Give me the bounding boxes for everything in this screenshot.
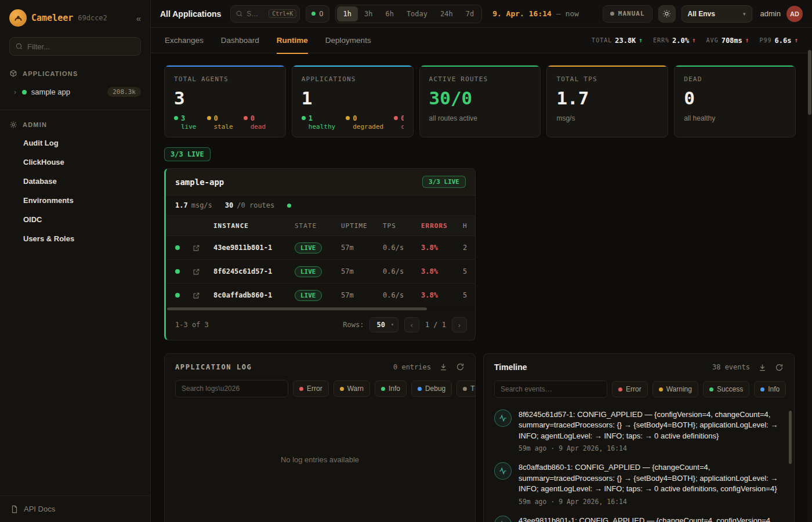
- app-routes-value: 30: [225, 201, 233, 209]
- sidebar-collapse-button[interactable]: «: [136, 13, 141, 23]
- card-value: 30/0: [429, 88, 531, 108]
- sidebar-item-oidc[interactable]: OIDC: [0, 210, 150, 229]
- sidebar-item-sample-app[interactable]: › sample app 208.3k: [0, 82, 150, 102]
- stat-avg-label: AVG: [706, 37, 719, 44]
- api-docs-label: API Docs: [24, 505, 55, 513]
- environment-select[interactable]: All Envs ▾: [682, 5, 752, 23]
- rows-per-page-value: 50: [376, 321, 385, 329]
- log-filter-warn[interactable]: Warn: [334, 380, 370, 397]
- timeline-filter-info[interactable]: Info: [754, 381, 786, 397]
- online-status-chip[interactable]: O: [306, 5, 329, 23]
- timeline-event[interactable]: 8f6245c61d57-1: CONFIG_APPLIED — {config…: [494, 409, 780, 452]
- substat-dead: 0dead: [244, 114, 266, 131]
- time-range-6h[interactable]: 6h: [379, 6, 400, 21]
- column-heap: H: [463, 222, 476, 230]
- card-caption: msg/s: [556, 114, 658, 122]
- global-search-box[interactable]: S… Ctrl+K: [230, 5, 300, 23]
- table-row-instance-2[interactable]: 8f6245c61d57-1 LIVE 57m 0.6/s 3.8% 5: [166, 259, 476, 283]
- application-card-header[interactable]: sample-app 3/3 LIVE: [166, 169, 475, 195]
- tab-dashboard[interactable]: Dashboard: [221, 28, 259, 53]
- stat-card-row: TOTAL AGENTS 3 3live 0stale 0dead APPLIC…: [164, 65, 796, 137]
- log-filter-trace[interactable]: Trace: [456, 380, 476, 397]
- expand-chevron-icon[interactable]: ›: [13, 88, 17, 96]
- refresh-icon[interactable]: [775, 363, 784, 372]
- sidebar-item-users-roles[interactable]: Users & Roles: [0, 229, 150, 248]
- timeline-event[interactable]: 8c0affadb860-1: CONFIG_APPLIED — {change…: [494, 462, 780, 505]
- theme-toggle-button[interactable]: [658, 5, 676, 23]
- log-filter-info[interactable]: Info: [375, 380, 407, 397]
- instance-uptime: 57m: [341, 244, 383, 252]
- horizontal-scrollbar-thumb[interactable]: [167, 307, 427, 310]
- stat-card-dead: DEAD 0 all healthy: [674, 65, 796, 137]
- table-row-instance-1[interactable]: 43ee9811b801-1 LIVE 57m 0.6/s 3.8% 2: [166, 235, 476, 259]
- substat-live: 3live: [174, 114, 197, 131]
- log-filter-error[interactable]: Error: [293, 380, 329, 397]
- manual-mode-button[interactable]: MANUAL: [603, 5, 652, 23]
- event-text: 8f6245c61d57-1: CONFIG_APPLIED — {config…: [519, 409, 780, 441]
- live-summary-badge: 3/3 LIVE: [164, 147, 211, 161]
- refresh-icon[interactable]: [456, 362, 465, 371]
- sidebar-item-database[interactable]: Database: [0, 172, 150, 191]
- stat-card-total-agents: TOTAL AGENTS 3 3live 0stale 0dead: [164, 65, 286, 137]
- time-range-7d[interactable]: 7d: [459, 6, 480, 21]
- prev-page-button[interactable]: ‹: [404, 317, 419, 332]
- log-search-input[interactable]: [175, 380, 288, 397]
- sidebar: Cameleer 69dcce2 « APPLICATIONS › sample…: [0, 0, 151, 522]
- download-icon[interactable]: [439, 362, 448, 371]
- external-link-icon[interactable]: [193, 244, 213, 252]
- timeline-search-input[interactable]: [494, 380, 607, 398]
- instance-errors: 3.8%: [421, 291, 463, 299]
- time-range-today[interactable]: Today: [400, 6, 434, 21]
- stat-p99-label: P99: [759, 37, 771, 44]
- rows-per-page-select[interactable]: 50 ▾: [369, 317, 398, 332]
- timeline-event[interactable]: 43ee9811b801-1: CONFIG_APPLIED — {change…: [494, 516, 780, 522]
- time-range-3h[interactable]: 3h: [358, 6, 379, 21]
- tab-deployments[interactable]: Deployments: [325, 28, 371, 53]
- timeline-scrollbar-thumb[interactable]: [789, 411, 792, 464]
- username-label: admin: [760, 9, 781, 18]
- environment-select-value: All Envs: [688, 10, 715, 18]
- timeline-filter-success[interactable]: Success: [703, 381, 749, 397]
- rows-per-page-label: Rows:: [343, 321, 364, 329]
- timeline-filter-error[interactable]: Error: [612, 381, 648, 397]
- page-scrollbar-thumb[interactable]: [808, 50, 811, 115]
- download-icon[interactable]: [758, 363, 767, 372]
- page-scrollbar[interactable]: [807, 49, 812, 522]
- sidebar-item-clickhouse[interactable]: ClickHouse: [0, 153, 150, 172]
- table-footer: 1-3 of 3 Rows: 50 ▾ ‹ 1 / 1 ›: [166, 311, 475, 340]
- time-range-1h[interactable]: 1h: [337, 6, 358, 21]
- sidebar-item-environments[interactable]: Environments: [0, 191, 150, 210]
- time-range-24h[interactable]: 24h: [434, 6, 459, 21]
- api-docs-link[interactable]: API Docs: [0, 495, 150, 522]
- external-link-icon[interactable]: [193, 268, 213, 276]
- log-panel-title: APPLICATION LOG: [175, 363, 252, 371]
- horizontal-scrollbar[interactable]: [166, 307, 475, 311]
- app-title: Cameleer: [31, 13, 73, 23]
- card-value: 0: [684, 88, 786, 108]
- app-routes-suffix: /0 routes: [237, 201, 274, 209]
- sidebar-item-audit-log[interactable]: Audit Log: [0, 133, 150, 153]
- manual-mode-label: MANUAL: [618, 10, 645, 17]
- avatar[interactable]: AD: [786, 6, 803, 22]
- status-badge: LIVE: [295, 290, 322, 301]
- time-range-group: 1h 3h 6h Today 24h 7d: [335, 5, 483, 23]
- external-link-icon[interactable]: [193, 292, 213, 299]
- card-caption: all healthy: [684, 114, 786, 122]
- card-label: APPLICATIONS: [302, 75, 404, 83]
- current-time-value: 9. Apr. 16:14: [492, 9, 552, 18]
- instance-id: 8c0affadb860-1: [213, 291, 295, 299]
- application-log-panel: APPLICATION LOG 0 entries Error Warn Inf…: [164, 353, 476, 522]
- stat-err: ERR% 2.0% ↑: [653, 37, 696, 45]
- online-status-label: O: [319, 10, 323, 18]
- tab-exchanges[interactable]: Exchanges: [165, 28, 204, 53]
- sidebar-filter-input[interactable]: [9, 37, 141, 56]
- event-text: 8c0affadb860-1: CONFIG_APPLIED — {change…: [519, 462, 780, 494]
- next-page-button[interactable]: ›: [452, 317, 467, 332]
- tab-runtime[interactable]: Runtime: [277, 28, 308, 53]
- table-row-instance-3[interactable]: 8c0affadb860-1 LIVE 57m 0.6/s 3.8% 5: [166, 283, 476, 307]
- admin-section-header: ADMIN: [0, 116, 150, 133]
- log-filter-debug[interactable]: Debug: [411, 380, 452, 397]
- app-tps-unit: msg/s: [191, 201, 212, 209]
- timeline-filter-warning[interactable]: Warning: [652, 381, 698, 397]
- activity-pulse-icon: [494, 462, 512, 480]
